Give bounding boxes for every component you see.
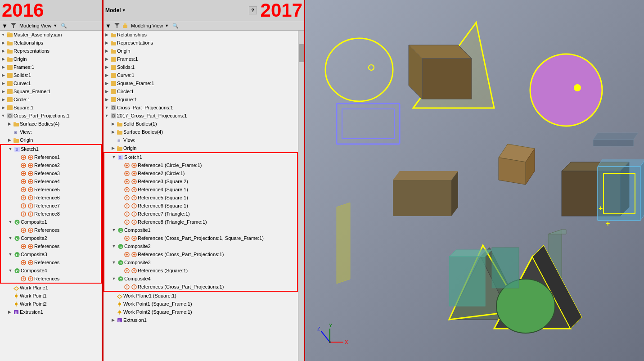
tree-item-r-origin2[interactable]: ▶Origin (104, 144, 298, 152)
tree-item-r-crosspart[interactable]: ▼Cross_Part_Projections:1 (104, 104, 298, 112)
tree-item-r-ref2[interactable]: Reference2 (Circle:1) (104, 169, 297, 177)
expand-btn-r-relationships[interactable]: ▶ (104, 32, 110, 38)
modeling-view-label-left[interactable]: Modeling View (19, 23, 51, 28)
expand-btn-crosspart[interactable]: ▼ (0, 113, 6, 119)
search-icon-right[interactable]: 🔍 (172, 23, 179, 29)
tree-item-comp1refs[interactable]: References (1, 226, 101, 234)
tree-item-r-circle1[interactable]: ▶Circle:1 (104, 87, 298, 95)
tree-item-comp4refs[interactable]: References (1, 275, 101, 283)
tree-item-r-surfacebodies[interactable]: ▶Surface Bodies(4) (104, 128, 298, 136)
expand-btn-squareframe1[interactable]: ▶ (0, 88, 6, 95)
tree-item-r-ref7[interactable]: Reference7 (Triangle:1) (104, 210, 297, 218)
tree-item-r-workplane1[interactable]: Work Plane1 (Square:1) (104, 292, 298, 300)
tree-item-comp3refs[interactable]: References (1, 258, 101, 266)
tree-item-frames1[interactable]: ▶Frames:1 (0, 63, 102, 71)
funnel-icon-right[interactable] (114, 22, 120, 29)
tree-item-ref1[interactable]: Reference1 (1, 153, 101, 161)
modeling-view-label-right[interactable]: Modeling View (131, 23, 163, 28)
scroll-thumb[interactable] (299, 44, 304, 62)
tree-item-composite4[interactable]: ▼CComposite4 (1, 266, 101, 275)
tree-item-relationships[interactable]: ▶Relationships (0, 39, 102, 47)
tree-item-ref4[interactable]: Reference4 (1, 177, 101, 185)
tree-item-origin[interactable]: ▶Origin (0, 55, 102, 63)
tree-item-workpoint2[interactable]: Work Point2 (0, 300, 102, 308)
tree-item-ref5[interactable]: Reference5 (1, 185, 101, 194)
model-dropdown-right[interactable]: ▼ (122, 8, 126, 13)
tree-item-r-extrusion1[interactable]: ▶EExtrusion1 (104, 316, 298, 324)
tree-item-sketch1[interactable]: ▼SSketch1 (1, 145, 101, 153)
tree-item-curve1[interactable]: ▶Curve:1 (0, 79, 102, 87)
tree-item-ref8[interactable]: Reference8 (1, 210, 101, 218)
tree-item-solids1[interactable]: ▶Solids:1 (0, 71, 102, 79)
tree-item-r-square1[interactable]: ▶Square:1 (104, 95, 298, 104)
tree-item-comp2refs[interactable]: References (1, 242, 101, 250)
expand-btn-solids1[interactable]: ▶ (0, 72, 6, 78)
tree-item-r-ref4[interactable]: Reference4 (Square:1) (104, 185, 297, 194)
expand-btn-r-sketch1[interactable]: ▼ (111, 154, 117, 160)
expand-btn-sketch1[interactable]: ▼ (7, 146, 14, 152)
expand-btn-r-2017crosspart[interactable]: ▼ (104, 113, 110, 119)
tree-item-r-comp2refs[interactable]: References (Cross_Part_Projections:1) (104, 250, 297, 258)
help-btn-right[interactable]: ? (249, 6, 257, 14)
expand-btn-composite2[interactable]: ▼ (7, 235, 14, 241)
tree-item-r-frames1[interactable]: ▶Frames:1 (104, 55, 298, 63)
tree-item-r-view[interactable]: ⊞View: (104, 136, 298, 144)
tree-item-origin2[interactable]: ▶Origin (0, 136, 102, 144)
tree-item-extrusion1[interactable]: ▶EExtrusion1 (0, 308, 102, 316)
tree-item-surfacebodies[interactable]: ▶Surface Bodies(4) (0, 120, 102, 128)
tree-item-composite3[interactable]: ▼CComposite3 (1, 250, 101, 258)
view-dropdown-right[interactable]: ▼ (165, 23, 169, 28)
right-scrollbar[interactable] (298, 31, 304, 361)
filter-icon-left[interactable]: ▼ (2, 23, 8, 29)
expand-btn-r-origin[interactable]: ▶ (104, 48, 110, 54)
tree-item-r-representations[interactable]: ▶Representations (104, 39, 298, 47)
expand-btn-r-crosspart[interactable]: ▼ (104, 104, 110, 111)
tree-item-r-composite1[interactable]: ▼CComposite1 (104, 226, 297, 234)
tree-item-crosspart[interactable]: ▼Cross_Part_Projections:1 (0, 112, 102, 120)
expand-btn-r-composite1[interactable]: ▼ (111, 227, 117, 233)
expand-btn-composite4[interactable]: ▼ (7, 267, 14, 274)
expand-btn-r-origin2[interactable]: ▶ (110, 145, 116, 151)
tree-item-ref3[interactable]: Reference3 (1, 169, 101, 177)
expand-btn-r-frames1[interactable]: ▶ (104, 56, 110, 62)
expand-btn-r-extrusion1[interactable]: ▶ (110, 317, 116, 323)
filter-icon-right[interactable]: ▼ (105, 23, 111, 29)
root-expand[interactable]: ▼ (0, 32, 6, 38)
tree-item-r-workpoint2[interactable]: Work Point2 (Square_Frame:1) (104, 308, 298, 316)
tree-item-circle1[interactable]: ▶Circle:1 (0, 95, 102, 104)
expand-btn-origin2[interactable]: ▶ (6, 137, 13, 143)
expand-btn-origin[interactable]: ▶ (0, 56, 6, 62)
tree-item-ref2[interactable]: Reference2 (1, 161, 101, 169)
expand-btn-relationships[interactable]: ▶ (0, 40, 6, 46)
tree-item-r-ref8[interactable]: Reference8 (Triangle_Frame:1) (104, 218, 297, 226)
tree-item-r-ref1[interactable]: Reference1 (Circle_Frame:1) (104, 161, 297, 169)
tree-item-r-2017crosspart[interactable]: ▼2017_Cross_Part_Projections:1 (104, 112, 298, 120)
expand-btn-representations[interactable]: ▶ (0, 48, 6, 54)
tree-item-r-origin[interactable]: ▶Origin (104, 47, 298, 55)
tree-item-composite2[interactable]: ▼CComposite2 (1, 234, 101, 242)
tree-item-ref7[interactable]: Reference7 (1, 202, 101, 210)
expand-btn-r-square1[interactable]: ▶ (104, 96, 110, 103)
tree-item-composite1[interactable]: ▼CComposite1 (1, 218, 101, 226)
expand-btn-r-surfacebodies[interactable]: ▶ (110, 129, 116, 135)
tree-item-r-composite4[interactable]: ▼CComposite4 (104, 275, 297, 283)
tree-item-r-comp1refs[interactable]: References (Cross_Part_Projections:1, Sq… (104, 234, 297, 242)
search-icon-left[interactable]: 🔍 (61, 23, 67, 29)
tree-item-r-relationships[interactable]: ▶Relationships (104, 31, 298, 39)
tree-item-r-solidbodies[interactable]: ▶Solid Bodies(1) (104, 120, 298, 128)
tree-item-r-comp3refs[interactable]: References (Square:1) (104, 266, 297, 275)
view-dropdown-left[interactable]: ▼ (53, 23, 57, 28)
expand-btn-composite3[interactable]: ▼ (7, 251, 14, 257)
tree-item-r-composite2[interactable]: ▼CComposite2 (104, 242, 297, 250)
expand-btn-r-curve1[interactable]: ▶ (104, 72, 110, 78)
expand-btn-r-squareframe1[interactable]: ▶ (104, 80, 110, 86)
expand-btn-r-representations[interactable]: ▶ (104, 40, 110, 46)
expand-btn-r-circle1[interactable]: ▶ (104, 88, 110, 95)
expand-btn-circle1[interactable]: ▶ (0, 96, 6, 103)
tree-item-square1[interactable]: ▶Square:1 (0, 104, 102, 112)
tree-item-r-curve1[interactable]: ▶Curve:1 (104, 71, 298, 79)
tree-item-workpoint1[interactable]: Work Point1 (0, 292, 102, 300)
root-item[interactable]: ▼ Master_Assembly.iam (0, 31, 102, 39)
tree-item-r-composite3[interactable]: ▼CComposite3 (104, 258, 297, 266)
tree-item-r-comp4refs[interactable]: References (Cross_Part_Projections:1) (104, 283, 297, 291)
